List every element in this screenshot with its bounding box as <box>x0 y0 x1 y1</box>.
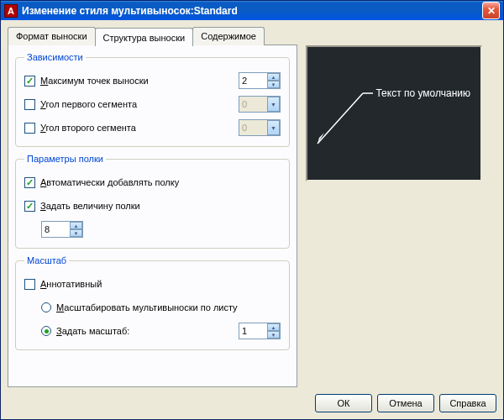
svg-line-1 <box>318 93 363 144</box>
tab-format[interactable]: Формат выноски <box>8 27 96 45</box>
scale-legend: Масштаб <box>24 255 69 265</box>
set-length-checkbox[interactable] <box>24 201 35 212</box>
max-points-spinner[interactable]: ▲▼ <box>239 72 281 89</box>
chevron-down-icon: ▼ <box>267 97 280 112</box>
set-length-label: Задать величину полки <box>40 201 281 211</box>
preview-pane: Текст по умолчанию <box>306 45 482 181</box>
scale-spinner[interactable]: ▲▼ <box>239 323 281 339</box>
spinner-up-icon[interactable]: ▲ <box>267 323 280 331</box>
shelf-legend: Параметры полки <box>24 154 106 164</box>
chevron-down-icon: ▼ <box>267 120 280 135</box>
spinner-down-icon[interactable]: ▼ <box>267 331 280 339</box>
tab-panel: Зависимости Максимум точек выноски ▲▼ <box>8 45 297 387</box>
close-icon: ✕ <box>487 5 496 17</box>
annotative-label: Аннотативный <box>40 279 281 289</box>
constraints-legend: Зависимости <box>24 52 86 62</box>
second-segment-checkbox[interactable] <box>24 123 35 134</box>
scale-input[interactable] <box>239 326 267 336</box>
second-segment-combo: 0 ▼ <box>239 119 281 136</box>
first-segment-combo: 0 ▼ <box>239 96 281 113</box>
max-points-checkbox[interactable] <box>24 76 35 87</box>
spinner-down-icon[interactable]: ▼ <box>70 229 82 237</box>
spinner-down-icon[interactable]: ▼ <box>267 81 280 88</box>
app-icon: A <box>4 4 18 18</box>
annotative-checkbox[interactable] <box>24 279 35 290</box>
constraints-group: Зависимости Максимум точек выноски ▲▼ <box>15 52 290 147</box>
leader-preview-icon <box>307 47 484 183</box>
shelf-length-input[interactable] <box>42 224 70 234</box>
scale-by-layout-label: Масштабировать мультивыноски по листу <box>56 302 281 312</box>
ok-button[interactable]: ОК <box>315 394 372 412</box>
help-button[interactable]: Справка <box>439 394 496 412</box>
window-title: Изменение стиля мультивыносок:Standard <box>22 5 238 17</box>
auto-shelf-checkbox[interactable] <box>24 177 35 188</box>
scale-group: Масштаб Аннотативный Масштабировать муль… <box>15 255 290 350</box>
preview-text: Текст по умолчанию <box>375 87 470 99</box>
first-segment-label: Угол первого сегмента <box>40 99 239 109</box>
shelf-length-spinner[interactable]: ▲▼ <box>41 221 83 238</box>
titlebar: A Изменение стиля мультивыносок:Standard… <box>1 1 503 20</box>
close-button[interactable]: ✕ <box>482 2 500 19</box>
max-points-input[interactable] <box>239 76 267 86</box>
tabs: Формат выноски Структура выноски Содержи… <box>8 27 297 45</box>
tab-structure[interactable]: Структура выноски <box>95 28 194 46</box>
auto-shelf-label: Автоматически добавлять полку <box>40 177 281 187</box>
shelf-group: Параметры полки Автоматически добавлять … <box>15 154 290 249</box>
spinner-up-icon[interactable]: ▲ <box>267 73 280 81</box>
second-segment-label: Угол второго сегмента <box>40 123 239 133</box>
set-scale-label: Задать масштаб: <box>56 326 239 336</box>
spinner-up-icon[interactable]: ▲ <box>70 222 82 229</box>
max-points-label: Максимум точек выноски <box>40 76 239 86</box>
cancel-button[interactable]: Отмена <box>377 394 434 412</box>
scale-by-layout-radio[interactable] <box>41 302 51 312</box>
tab-content[interactable]: Содержимое <box>192 27 265 45</box>
set-scale-radio[interactable] <box>41 326 51 336</box>
first-segment-checkbox[interactable] <box>24 99 35 110</box>
